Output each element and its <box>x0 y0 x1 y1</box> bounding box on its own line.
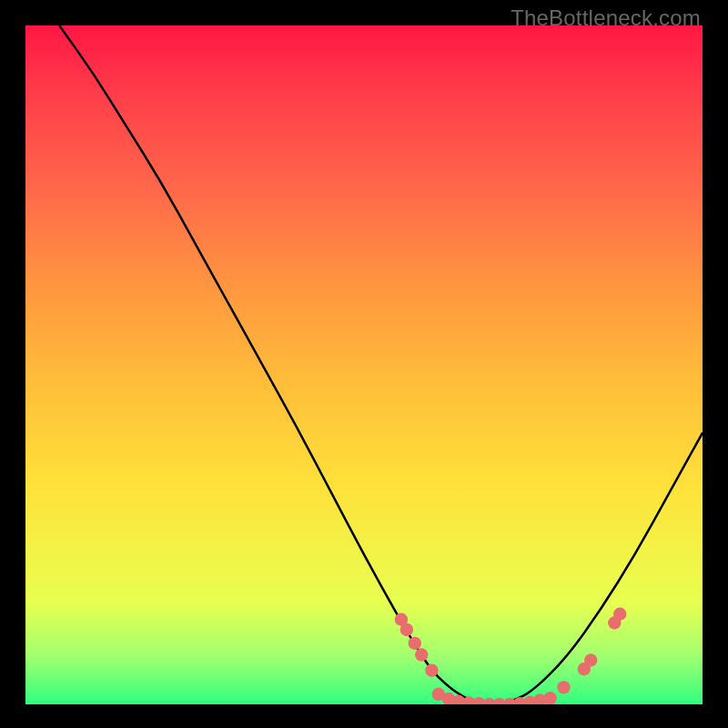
data-marker <box>409 637 421 650</box>
chart-container: TheBottleneck.com <box>0 0 728 728</box>
data-marker <box>425 664 438 677</box>
data-marker <box>557 681 570 693</box>
data-marker <box>613 608 626 621</box>
curve-line <box>59 25 703 704</box>
data-marker <box>584 653 597 666</box>
chart-svg <box>25 25 703 704</box>
data-marker <box>400 623 413 636</box>
watermark-text: TheBottleneck.com <box>511 5 701 31</box>
data-marker <box>543 692 556 704</box>
curve-path-group <box>59 25 703 704</box>
data-marker <box>415 648 428 661</box>
